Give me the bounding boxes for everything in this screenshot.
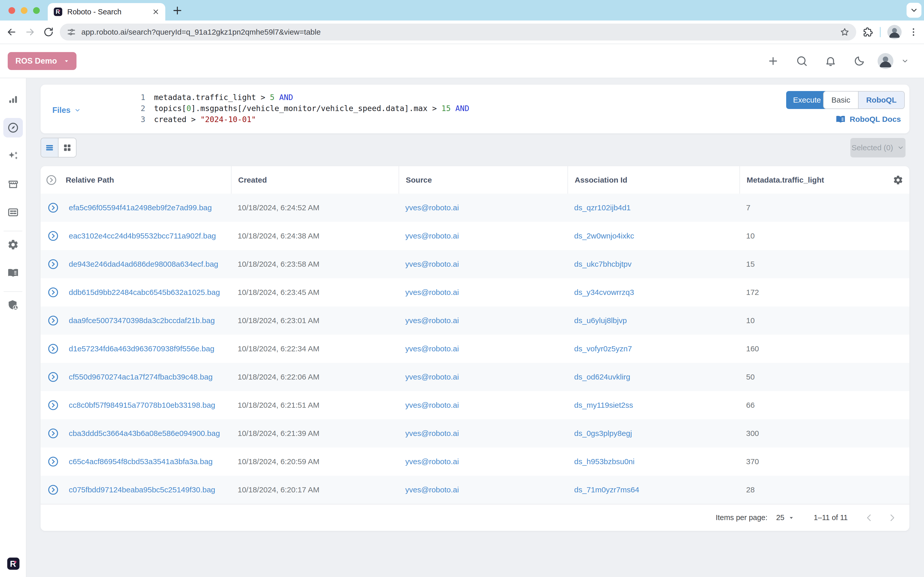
target-selector-dropdown[interactable]: Files bbox=[52, 106, 81, 115]
row-expander-icon[interactable] bbox=[47, 371, 59, 383]
association-id-link[interactable]: ds_qzr102ijb4d1 bbox=[574, 203, 631, 212]
file-link[interactable]: cf550d9670274ac1a7f274fbacb39c48.bag bbox=[69, 372, 213, 381]
file-link[interactable]: de943e246dad4ad686de98008a634ecf.bag bbox=[69, 260, 218, 268]
traffic-light-value: 10 bbox=[746, 316, 754, 325]
next-page-button[interactable] bbox=[887, 513, 897, 523]
association-id-link[interactable]: ds_y34cvowrrzq3 bbox=[574, 288, 634, 297]
association-id-link[interactable]: ds_vofyr0z5yzn7 bbox=[574, 344, 632, 353]
source-link[interactable]: yves@roboto.ai bbox=[405, 485, 459, 494]
row-expander-icon[interactable] bbox=[47, 315, 59, 326]
org-switcher-button[interactable]: ROS Demo bbox=[8, 52, 76, 70]
association-id-link[interactable]: ds_ukc7bhcbjtpv bbox=[574, 260, 632, 268]
minimize-window-button[interactable] bbox=[21, 7, 27, 14]
column-header-source[interactable]: Source bbox=[399, 166, 567, 193]
file-link[interactable]: d1e57234fd6a463d963670938f9f556e.bag bbox=[69, 344, 214, 353]
user-avatar[interactable] bbox=[877, 53, 893, 69]
created-timestamp: 10/18/2024, 6:23:58 AM bbox=[237, 260, 320, 268]
source-link[interactable]: yves@roboto.ai bbox=[405, 401, 459, 409]
sidebar-item-docs[interactable] bbox=[3, 263, 23, 283]
created-timestamp: 10/18/2024, 6:22:06 AM bbox=[237, 372, 320, 381]
file-link[interactable]: daa9fce50073470398da3c2bccdaf21b.bag bbox=[69, 316, 215, 325]
mode-roboql-button[interactable]: RoboQL bbox=[858, 92, 904, 108]
association-id-link[interactable]: ds_h953bzbsu0ni bbox=[574, 457, 635, 466]
row-expander-icon[interactable] bbox=[47, 230, 59, 242]
bookmark-star-icon[interactable] bbox=[840, 27, 850, 37]
sidebar-item-ai[interactable] bbox=[3, 146, 23, 166]
notifications-bell-icon[interactable] bbox=[825, 55, 837, 67]
file-link[interactable]: eac3102e4cc24d4b95532bcc711a902f.bag bbox=[69, 232, 216, 240]
maximize-window-button[interactable] bbox=[33, 7, 40, 14]
column-header-relative-path[interactable]: Relative Path bbox=[62, 166, 231, 193]
sidebar-item-collections[interactable] bbox=[3, 203, 23, 222]
sidebar-item-search[interactable] bbox=[3, 118, 23, 137]
execute-button[interactable]: Execute bbox=[786, 91, 828, 109]
browser-menu-icon[interactable] bbox=[908, 27, 919, 37]
source-link[interactable]: yves@roboto.ai bbox=[405, 457, 459, 466]
association-id-link[interactable]: ds_u6yluj8lbjvp bbox=[574, 316, 627, 325]
row-expander-icon[interactable] bbox=[47, 456, 59, 467]
file-link[interactable]: cc8c0bf57f984915a77078b10eb33198.bag bbox=[69, 401, 215, 409]
create-plus-icon[interactable] bbox=[767, 55, 779, 67]
row-expander-icon[interactable] bbox=[47, 343, 59, 355]
address-bar[interactable]: app.roboto.ai/search?queryId=q_91a12gkz1… bbox=[60, 24, 856, 40]
source-link[interactable]: yves@roboto.ai bbox=[405, 372, 459, 381]
source-link[interactable]: yves@roboto.ai bbox=[405, 344, 459, 353]
sidebar-item-actions[interactable] bbox=[3, 174, 23, 194]
browser-tab[interactable]: R Roboto - Search bbox=[48, 3, 165, 21]
page-size-select[interactable]: 25 bbox=[776, 513, 795, 522]
close-window-button[interactable] bbox=[8, 7, 15, 14]
column-header-association-id[interactable]: Association Id bbox=[567, 166, 740, 193]
column-header-metadata-traffic-light[interactable]: Metadata.traffic_light bbox=[740, 166, 887, 193]
expand-all-icon[interactable] bbox=[40, 166, 62, 193]
dark-mode-moon-icon[interactable] bbox=[853, 55, 865, 67]
roboql-docs-link[interactable]: RoboQL Docs bbox=[835, 114, 901, 124]
row-expander-icon[interactable] bbox=[47, 428, 59, 439]
file-link[interactable]: c65c4acf86954f8cbd53a3541a3bfa3a.bag bbox=[69, 457, 213, 466]
association-id-link[interactable]: ds_0gs3plpy8egj bbox=[574, 429, 632, 437]
extensions-puzzle-icon[interactable] bbox=[863, 27, 873, 37]
list-view-button[interactable] bbox=[41, 138, 58, 157]
account-chevron-down-icon[interactable] bbox=[901, 57, 909, 65]
forward-button[interactable] bbox=[24, 26, 36, 38]
query-code-editor[interactable]: metadata.traffic_light > 5 ANDtopics[0].… bbox=[154, 92, 730, 125]
association-id-link[interactable]: ds_my119siet2ss bbox=[574, 401, 633, 409]
tab-search-button[interactable] bbox=[906, 3, 921, 18]
site-settings-icon[interactable] bbox=[66, 27, 76, 37]
source-link[interactable]: yves@roboto.ai bbox=[405, 316, 459, 325]
column-header-created[interactable]: Created bbox=[231, 166, 399, 193]
row-expander-icon[interactable] bbox=[47, 258, 59, 270]
file-link[interactable]: efa5c96f05594f41a2498eb9f2e7ad99.bag bbox=[69, 203, 212, 212]
association-id-link[interactable]: ds_71m0yzr7ms64 bbox=[574, 485, 639, 494]
browser-profile-avatar[interactable] bbox=[887, 25, 902, 39]
tab-close-icon[interactable] bbox=[152, 8, 160, 16]
url-text[interactable]: app.roboto.ai/search?queryId=q_91a12gkz1… bbox=[81, 28, 835, 36]
row-expander-icon[interactable] bbox=[47, 202, 59, 213]
sidebar-item-analytics[interactable] bbox=[3, 90, 23, 109]
column-settings-gear-icon[interactable] bbox=[887, 166, 909, 193]
window-controls[interactable] bbox=[8, 7, 40, 14]
file-link[interactable]: c075fbdd97124beaba95bc5c25149f30.bag bbox=[69, 485, 215, 494]
row-expander-icon[interactable] bbox=[47, 287, 59, 298]
file-link[interactable]: ddb615d9bb22484cabc6545b632a1025.bag bbox=[69, 288, 220, 297]
source-link[interactable]: yves@roboto.ai bbox=[405, 232, 459, 240]
grid-view-button[interactable] bbox=[58, 138, 76, 157]
file-link[interactable]: cba3ddd5c3664a43b6a08e586e094900.bag bbox=[69, 429, 220, 437]
sidebar-item-admin[interactable] bbox=[3, 295, 23, 315]
source-link[interactable]: yves@roboto.ai bbox=[405, 260, 459, 268]
new-tab-button[interactable] bbox=[171, 5, 183, 16]
association-id-link[interactable]: ds_2w0wnjo4ixkc bbox=[574, 232, 634, 240]
association-id-link[interactable]: ds_od624uvklirg bbox=[574, 372, 630, 381]
row-expander-icon[interactable] bbox=[47, 484, 59, 495]
selected-dropdown-button[interactable]: Selected (0) bbox=[850, 138, 906, 158]
back-button[interactable] bbox=[6, 26, 17, 38]
mode-basic-button[interactable]: Basic bbox=[824, 92, 858, 108]
previous-page-button[interactable] bbox=[864, 513, 874, 523]
source-link[interactable]: yves@roboto.ai bbox=[405, 203, 459, 212]
row-expander-icon[interactable] bbox=[47, 400, 59, 411]
sidebar: R bbox=[0, 78, 26, 577]
reload-button[interactable] bbox=[43, 26, 54, 38]
source-link[interactable]: yves@roboto.ai bbox=[405, 288, 459, 297]
source-link[interactable]: yves@roboto.ai bbox=[405, 429, 459, 437]
sidebar-item-settings[interactable] bbox=[3, 235, 23, 255]
search-icon[interactable] bbox=[796, 55, 808, 67]
